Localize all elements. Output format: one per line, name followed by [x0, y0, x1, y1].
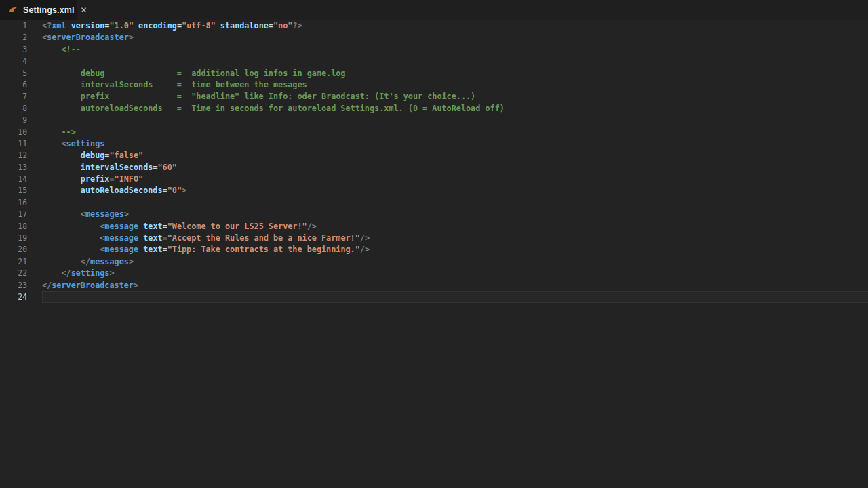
line-number: 6 — [0, 79, 27, 91]
code-line[interactable]: 4 — [0, 56, 868, 67]
line-number: 24 — [0, 291, 27, 303]
code-text: <!-- — [42, 44, 868, 56]
tab-settings-xml[interactable]: Settings.xml ✕ — [0, 0, 77, 20]
line-number: 9 — [0, 115, 27, 126]
line-number: 10 — [0, 127, 27, 138]
line-number: 7 — [0, 91, 27, 102]
line-number: 4 — [0, 56, 27, 67]
code-line[interactable]: 15 autoReloadSeconds="0"> — [0, 185, 868, 197]
code-line[interactable]: 18 <message text="Welcome to our LS25 Se… — [0, 221, 868, 232]
code-line[interactable]: 21 </messages> — [0, 256, 868, 268]
line-number: 22 — [0, 268, 27, 279]
code-text — [42, 56, 868, 67]
code-line[interactable]: 19 <message text="Accept the Rules and b… — [0, 232, 868, 244]
line-number: 15 — [0, 185, 27, 197]
line-number: 2 — [0, 32, 27, 43]
line-number: 12 — [0, 150, 27, 161]
code-line[interactable]: 14 prefix="INFO" — [0, 174, 868, 185]
code-text: debug="false" — [42, 150, 868, 161]
code-line[interactable]: 13 intervalSeconds="60" — [0, 162, 868, 174]
tab-close-button[interactable]: ✕ — [79, 5, 89, 15]
code-line[interactable]: 23</serverBroadcaster> — [0, 280, 868, 291]
code-text: </messages> — [42, 256, 868, 268]
code-line[interactable]: 11 <settings — [0, 138, 868, 150]
code-line[interactable]: 17 <messages> — [0, 209, 868, 220]
code-line[interactable]: 5 debug = additional log infos in game.l… — [0, 68, 868, 79]
code-line[interactable]: 1<?xml version="1.0" encoding="utf-8" st… — [0, 20, 868, 32]
code-text — [42, 115, 868, 126]
code-line[interactable]: 7 prefix = "headline" like Info: oder Br… — [0, 91, 868, 102]
code-text: prefix = "headline" like Info: oder Brao… — [42, 91, 868, 102]
code-text: <serverBroadcaster> — [42, 32, 868, 43]
line-number: 5 — [0, 68, 27, 79]
line-number: 18 — [0, 221, 27, 232]
line-number: 1 — [0, 20, 27, 32]
code-text: intervalSeconds="60" — [42, 162, 868, 174]
code-text: <message text="Accept the Rules and be a… — [42, 232, 868, 244]
code-text: prefix="INFO" — [42, 174, 868, 185]
line-number: 17 — [0, 209, 27, 220]
code-line[interactable]: 16 — [0, 197, 868, 209]
code-text — [42, 291, 868, 303]
code-text: <settings — [42, 138, 868, 150]
code-line[interactable]: 12 debug="false" — [0, 150, 868, 161]
code-line[interactable]: 24 — [0, 291, 868, 303]
line-number: 20 — [0, 244, 27, 256]
line-number: 19 — [0, 232, 27, 244]
code-text: --> — [42, 127, 868, 138]
code-line[interactable]: 3 <!-- — [0, 44, 868, 56]
code-line[interactable]: 8 autoreloadSeconds = Time in seconds fo… — [0, 103, 868, 115]
line-number: 3 — [0, 44, 27, 56]
code-text: <message text="Tipp: Take contracts at t… — [42, 244, 868, 256]
code-text: </serverBroadcaster> — [42, 280, 868, 291]
line-number: 11 — [0, 138, 27, 150]
code-line[interactable]: 22 </settings> — [0, 268, 868, 279]
code-lines: 1<?xml version="1.0" encoding="utf-8" st… — [0, 20, 868, 488]
code-text: </settings> — [42, 268, 868, 279]
code-line[interactable]: 10 --> — [0, 127, 868, 138]
code-editor[interactable]: 1<?xml version="1.0" encoding="utf-8" st… — [0, 20, 868, 488]
code-line[interactable]: 9 — [0, 115, 868, 126]
line-number: 21 — [0, 256, 27, 268]
line-number: 8 — [0, 103, 27, 115]
line-number: 14 — [0, 174, 27, 185]
code-text: <?xml version="1.0" encoding="utf-8" sta… — [42, 20, 868, 32]
code-text: debug = additional log infos in game.log — [42, 68, 868, 79]
code-text — [42, 197, 868, 209]
xml-file-icon — [9, 5, 18, 15]
code-text: intervalSeconds = time between the mesag… — [42, 79, 868, 91]
line-number: 23 — [0, 280, 27, 291]
code-text: autoreloadSeconds = Time in seconds for … — [42, 103, 868, 115]
code-line[interactable]: 2<serverBroadcaster> — [0, 32, 868, 43]
code-text: <message text="Welcome to our LS25 Serve… — [42, 221, 868, 232]
code-line[interactable]: 6 intervalSeconds = time between the mes… — [0, 79, 868, 91]
tab-title: Settings.xml — [23, 5, 75, 15]
code-text: autoReloadSeconds="0"> — [42, 185, 868, 197]
tab-bar: Settings.xml ✕ — [0, 0, 868, 20]
code-line[interactable]: 20 <message text="Tipp: Take contracts a… — [0, 244, 868, 256]
line-number: 16 — [0, 197, 27, 209]
line-number: 13 — [0, 162, 27, 174]
code-text: <messages> — [42, 209, 868, 220]
